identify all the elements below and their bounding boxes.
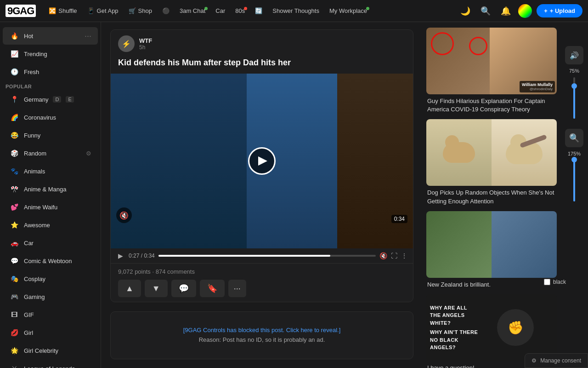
sidebar-item-anime-manga[interactable]: 🎌 Anime & Manga [3, 180, 98, 198]
shop-icon: 🛒 [129, 7, 136, 14]
current-time: 0:27 / 0:34 [129, 253, 155, 259]
upvote-button[interactable]: ▲ [118, 280, 141, 297]
volume-label: 75% [569, 68, 579, 74]
comment-button[interactable]: 💬 [171, 280, 196, 297]
sidebar-item-random[interactable]: 🎲 Random ⚙ [3, 144, 98, 162]
video-thumbnail: 🔇 0:34 [111, 74, 413, 248]
play-pause-button[interactable]: ▶ [116, 251, 125, 260]
sidebar-item-awesome[interactable]: ⭐ Awesome [3, 216, 98, 234]
black-checkbox[interactable] [544, 279, 550, 285]
post-1-time: 5h [139, 44, 152, 51]
anime-manga-icon: 🎌 [9, 184, 19, 194]
reveal-link[interactable]: [9GAG Controls has blocked this post. Cl… [183, 327, 341, 334]
volume-track[interactable] [573, 77, 575, 119]
right-panel: William Mullally @shrodinDaly Guy Finds … [423, 22, 560, 368]
popular-section-label: Popular [0, 81, 101, 90]
anime-waifu-icon: 💕 [9, 202, 19, 212]
side-card-captain-america[interactable]: William Mullally @shrodinDaly Guy Finds … [426, 28, 557, 114]
zoom-thumb [571, 157, 577, 162]
girl-celebrity-icon: 🌟 [9, 345, 19, 356]
funny-icon: 😂 [9, 130, 19, 140]
zoom-slider[interactable] [573, 160, 575, 206]
blocked-message: [9GAG Controls has blocked this post. Cl… [118, 326, 406, 345]
spin-icon: 🔄 [255, 7, 262, 14]
shuffle-icon: 🔀 [49, 7, 56, 14]
nav-item-spin[interactable]: 🔄 [250, 5, 267, 17]
captain-america-title: Guy Finds Hilarious Explanation For Capt… [426, 97, 557, 114]
nav-item-car[interactable]: Car [211, 5, 230, 17]
chat-dot [204, 7, 208, 10]
fullscreen-button[interactable]: ⛶ [391, 252, 397, 259]
sidebar-item-gif[interactable]: 🎞 GIF [3, 306, 98, 323]
progress-bar[interactable] [158, 255, 376, 257]
sidebar-item-girl[interactable]: 💋 Girl [3, 324, 98, 341]
theme-toggle-button[interactable]: 🌙 [458, 3, 473, 19]
new-zealand-title: New Zealand is brilliant. [426, 281, 557, 289]
sidebar-item-comic-webtoon[interactable]: 💬 Comic & Webtoon [3, 252, 98, 270]
sidebar-item-cosplay[interactable]: 🎭 Cosplay [3, 270, 98, 288]
logo[interactable]: 9GAG [6, 5, 36, 17]
upload-button[interactable]: + + Upload [537, 4, 582, 17]
sidebar-item-league-of-legends[interactable]: ⚔ League of Legends [3, 360, 98, 368]
volume-panel-button[interactable]: 🔊 [565, 46, 583, 64]
zoom-panel-button[interactable]: 🔍 [565, 129, 583, 147]
zoom-track[interactable] [573, 160, 575, 201]
sidebar-item-funny[interactable]: 😂 Funny [3, 126, 98, 144]
nav-item-get-app[interactable]: 📱 Get App [83, 5, 123, 17]
more-options-button[interactable]: ··· [228, 280, 246, 297]
black-text: black [553, 279, 566, 285]
video-controls: ▶ 0:27 / 0:34 🔇 ⛶ ⋮ [111, 248, 413, 263]
nav-item-my-workplace[interactable]: My Workplace [325, 5, 372, 17]
dog-title: Dog Picks Up Random Objects When She's N… [426, 189, 557, 205]
more-icon[interactable]: ··· [85, 31, 91, 41]
sidebar-item-animals[interactable]: 🐾 Animals [3, 162, 98, 180]
mobile-icon: 📱 [87, 7, 95, 14]
sidebar-item-gaming[interactable]: 🎮 Gaming [3, 288, 98, 305]
save-button[interactable]: 🔖 [200, 280, 225, 297]
post-1-video[interactable]: 🔇 0:34 ▶ 0:27 / 0:34 🔇 ⛶ ⋮ [111, 74, 413, 263]
car-icon: 🚗 [9, 238, 19, 248]
random-icon: 🎲 [9, 148, 19, 158]
sidebar-item-trending[interactable]: 📈 Trending [3, 45, 98, 63]
sidebar-item-fresh[interactable]: 🕐 Fresh [3, 63, 98, 80]
video-more-button[interactable]: ⋮ [401, 252, 407, 259]
sidebar-item-car[interactable]: 🚗 Car [3, 234, 98, 252]
zoom-label: 175% [568, 151, 581, 156]
animals-icon: 🐾 [9, 166, 19, 176]
avatar[interactable] [518, 4, 532, 18]
nav-item-shower-thoughts[interactable]: Shower Thoughts [268, 5, 324, 17]
sidebar: 🔥 Hot ··· 📈 Trending 🕐 Fresh Popular 📍 G… [0, 22, 101, 368]
side-card-dog[interactable]: Dog Picks Up Random Objects When She's N… [426, 119, 557, 205]
side-card-new-zealand[interactable]: New Zealand is brilliant. [426, 211, 557, 289]
post-1-header: ⚡ WTF 5h [111, 30, 413, 58]
nav-item-shuffle[interactable]: 🔀 Shuffle [44, 5, 81, 17]
settings-icon: ⚙ [531, 357, 537, 364]
sidebar-item-girl-celebrity[interactable]: 🌟 Girl Celebrity [3, 342, 98, 359]
random-settings-icon: ⚙ [86, 150, 91, 157]
nav-item-shop[interactable]: 🛒 Shop [124, 5, 157, 17]
downvote-button[interactable]: ▼ [145, 280, 168, 297]
volume-button[interactable]: 🔇 [379, 252, 387, 259]
post-1: ⚡ WTF 5h Kid defends his Mum after step … [110, 29, 413, 302]
manage-consent-button[interactable]: ⚙ Manage consent [525, 353, 588, 368]
post-1-avatar: ⚡ [118, 35, 135, 52]
post-1-actions: ▲ ▼ 💬 🔖 ··· [118, 280, 406, 297]
black-label-container: black [544, 279, 566, 285]
sidebar-item-germany[interactable]: 📍 Germany D E [3, 91, 98, 108]
nav-item-live[interactable]: ⚫ [158, 5, 174, 17]
80s-dot [244, 7, 247, 10]
notifications-button[interactable]: 🔔 [498, 3, 514, 19]
nav-item-80s[interactable]: 80s [231, 5, 249, 17]
nav-item-3am-chat[interactable]: 3am Chat [175, 5, 210, 17]
coronavirus-icon: 🌈 [9, 112, 19, 122]
germany-badge-e: E [66, 96, 74, 103]
sidebar-item-hot[interactable]: 🔥 Hot ··· [3, 27, 98, 45]
sidebar-item-anime-waifu[interactable]: 💕 Anime Waifu [3, 198, 98, 216]
search-button[interactable]: 🔍 [478, 3, 493, 19]
post-1-category[interactable]: WTF [139, 37, 152, 44]
volume-slider[interactable] [573, 77, 575, 123]
gaming-icon: 🎮 [9, 292, 19, 302]
dog-image [426, 119, 557, 186]
play-button[interactable] [248, 147, 276, 175]
sidebar-item-coronavirus[interactable]: 🌈 Coronavirus [3, 109, 98, 126]
